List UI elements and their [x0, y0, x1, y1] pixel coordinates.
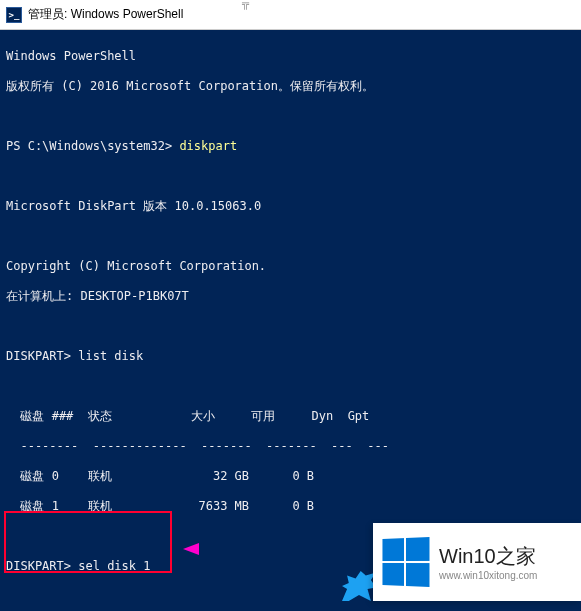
watermark-title: Win10之家 [439, 543, 537, 570]
table-row: 磁盘 1 联机 7633 MB 0 B [6, 499, 575, 514]
prompt-line: PS C:\Windows\system32> diskpart [6, 139, 575, 154]
watermark-badge: Win10之家 www.win10xitong.com [373, 523, 581, 601]
window-title: 管理员: Windows PowerShell [28, 6, 183, 23]
line: Microsoft DiskPart 版本 10.0.15063.0 [6, 199, 575, 214]
table-divider: -------- ------------- ------- ------- -… [6, 439, 575, 454]
blank-line [6, 229, 575, 244]
line: DISKPART> list disk [6, 349, 575, 364]
blank-line [6, 379, 575, 394]
line: 版权所有 (C) 2016 Microsoft Corporation。保留所有… [6, 79, 575, 94]
resize-handle-top: ╦ [242, 0, 249, 9]
table-header: 磁盘 ### 状态 大小 可用 Dyn Gpt [6, 409, 575, 424]
table-row: 磁盘 0 联机 32 GB 0 B [6, 469, 575, 484]
watermark-url: www.win10xitong.com [439, 570, 537, 581]
command-text: diskpart [179, 139, 237, 153]
window-titlebar[interactable]: >_ 管理员: Windows PowerShell [0, 0, 581, 30]
line: Copyright (C) Microsoft Corporation. [6, 259, 575, 274]
line: Windows PowerShell [6, 49, 575, 64]
line: 在计算机上: DESKTOP-P1BK07T [6, 289, 575, 304]
powershell-icon: >_ [6, 7, 22, 23]
blank-line [6, 169, 575, 184]
blank-line [6, 109, 575, 124]
blank-line [6, 319, 575, 334]
windows-logo-icon [382, 537, 429, 587]
